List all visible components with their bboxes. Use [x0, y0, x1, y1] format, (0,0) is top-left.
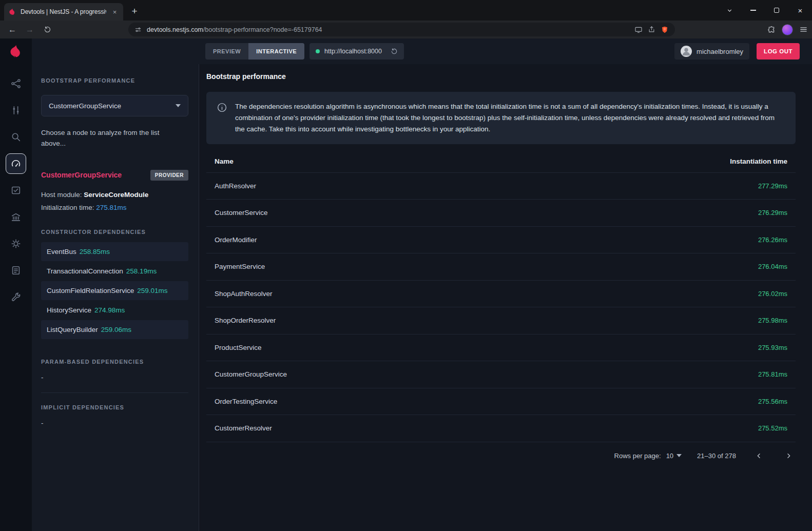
user-avatar [681, 46, 692, 57]
username-label: michaelbromley [697, 48, 743, 55]
refresh-target-icon[interactable] [391, 48, 398, 55]
dep-list-item[interactable]: EventBus258.85ms [41, 242, 188, 261]
table-header: Name Instantiation time [206, 150, 796, 172]
nav-performance-button[interactable] [6, 153, 26, 174]
logout-button[interactable]: LOG OUT [757, 43, 800, 60]
panel-title: BOOTSTRAP PERFORMANCE [41, 77, 188, 84]
column-instantiation-time: Instantiation time [730, 158, 787, 165]
tab-cast-icon[interactable] [634, 26, 643, 34]
panel-divider [41, 392, 188, 393]
implicit-deps-title: IMPLICIT DEPENDENCIES [41, 404, 188, 410]
table-row[interactable]: ShopAuthResolver276.02ms [206, 280, 796, 307]
nav-routes-button[interactable] [6, 100, 26, 121]
wrench-icon [10, 291, 22, 303]
info-text: The dependencies resolution algorithm is… [235, 101, 785, 135]
table-row[interactable]: OrderModifier276.26ms [206, 226, 796, 253]
table-row[interactable]: OrderTestingService275.56ms [206, 388, 796, 415]
site-settings-icon[interactable] [134, 26, 142, 33]
checklist-icon [10, 185, 22, 196]
browser-tabstrip: Devtools | NestJS - A progressive × + × [0, 0, 812, 21]
url-path: /bootstrap-performance?node=-65179764 [203, 26, 322, 33]
dep-list-item[interactable]: ListQueryBuilder259.06ms [41, 320, 188, 339]
browser-tab[interactable]: Devtools | NestJS - A progressive × [4, 3, 123, 21]
browser-toolbar: ← → devtools.nestjs.com/bootstrap-perfor… [0, 21, 812, 38]
address-bar[interactable]: devtools.nestjs.com/bootstrap-performanc… [128, 23, 675, 36]
window-close-button[interactable]: × [788, 0, 812, 21]
performance-table: Name Instantiation time AuthResolver277.… [206, 150, 796, 469]
url-domain: devtools.nestjs.com [147, 26, 203, 33]
table-row[interactable]: ShopOrderResolver275.98ms [206, 307, 796, 334]
provider-badge: PROVIDER [150, 170, 188, 181]
nestjs-favicon-icon [8, 8, 16, 16]
nav-inspect-button[interactable] [6, 127, 26, 147]
browser-profile-avatar[interactable] [782, 24, 793, 35]
window-controls: × [718, 0, 812, 21]
user-chip[interactable]: michaelbromley [674, 43, 749, 60]
app-header: PREVIEW INTERACTIVE http://localhost:800… [32, 38, 812, 64]
browser-reload-button[interactable] [40, 23, 54, 37]
browser-forward-button[interactable]: → [23, 23, 37, 37]
param-deps-title: PARAM-BASED DEPENDENCIES [41, 359, 188, 365]
nav-graph-button[interactable] [6, 73, 26, 94]
brave-shield-icon[interactable] [661, 26, 669, 34]
gear-icon [10, 238, 22, 249]
init-time-value: 275.81ms [96, 204, 126, 211]
column-name: Name [215, 158, 234, 165]
table-pagination: Rows per page: 10 21–30 of 278 [206, 442, 796, 469]
nav-modules-button[interactable] [6, 207, 26, 227]
table-row[interactable]: ProductService275.93ms [206, 334, 796, 361]
init-time-line: Initialization time: 275.81ms [41, 202, 188, 214]
constructor-deps-title: CONSTRUCTOR DEPENDENCIES [41, 229, 188, 235]
main-content: Bootstrap performance The dependencies r… [200, 64, 812, 531]
chevron-down-icon [176, 104, 181, 107]
dep-list-item[interactable]: HistoryService274.98ms [41, 301, 188, 320]
info-icon [217, 102, 227, 135]
new-tab-button[interactable]: + [127, 4, 142, 18]
rows-per-page-select[interactable]: 10 [666, 452, 682, 460]
target-url-text: http://localhost:8000 [324, 48, 382, 55]
previous-page-button[interactable] [751, 448, 766, 463]
table-row[interactable]: PaymentService276.04ms [206, 253, 796, 280]
app-icon-rail [0, 38, 32, 531]
param-deps-empty: - [41, 373, 188, 381]
tab-close-icon[interactable]: × [110, 8, 119, 16]
window-maximize-button[interactable] [765, 0, 788, 21]
constructor-deps-list: EventBus258.85ms TransactionalConnection… [41, 242, 188, 339]
node-select[interactable]: CustomerGroupService [41, 95, 188, 116]
document-icon [10, 265, 22, 276]
interactive-tab[interactable]: INTERACTIVE [248, 43, 304, 60]
next-page-button[interactable] [781, 448, 796, 463]
nav-docs-button[interactable] [6, 260, 26, 281]
bootstrap-performance-panel: BOOTSTRAP PERFORMANCE CustomerGroupServi… [32, 64, 199, 531]
window-minimize-button[interactable] [741, 0, 765, 21]
table-row[interactable]: AuthResolver277.29ms [206, 172, 796, 200]
extensions-icon[interactable] [767, 26, 776, 34]
url-text[interactable]: devtools.nestjs.com/bootstrap-performanc… [147, 26, 629, 33]
nav-audit-button[interactable] [6, 180, 26, 201]
dep-list-item[interactable]: TransactionalConnection258.19ms [41, 262, 188, 281]
browser-back-button[interactable]: ← [5, 23, 20, 37]
graph-icon [10, 78, 22, 89]
share-icon[interactable] [648, 26, 655, 33]
dep-list-item[interactable]: CustomFieldRelationService259.01ms [41, 281, 188, 300]
nestjs-logo[interactable] [0, 38, 32, 64]
table-row[interactable]: CustomerService276.29ms [206, 199, 796, 226]
menu-icon[interactable] [799, 25, 808, 34]
selected-node-name: CustomerGroupService [41, 171, 122, 179]
mode-toggle: PREVIEW INTERACTIVE [205, 43, 304, 60]
routes-icon [10, 105, 22, 116]
select-hint: Choose a node to analyze from the list a… [41, 128, 172, 149]
tab-search-chevron-icon[interactable] [718, 0, 741, 21]
tab-title: Devtools | NestJS - A progressive [21, 8, 106, 15]
table-row[interactable]: CustomerGroupService275.81ms [206, 361, 796, 388]
rows-per-page-label: Rows per page: [614, 452, 661, 460]
preview-tab[interactable]: PREVIEW [205, 43, 248, 60]
chevron-down-icon [676, 454, 682, 457]
target-url-control[interactable]: http://localhost:8000 [310, 43, 404, 60]
nav-tools-button[interactable] [6, 287, 26, 307]
gauge-icon [10, 158, 22, 169]
table-row[interactable]: CustomerResolver275.52ms [206, 415, 796, 442]
page-title: Bootstrap performance [206, 72, 796, 81]
bank-icon [10, 211, 22, 223]
nav-settings-button[interactable] [6, 233, 26, 254]
